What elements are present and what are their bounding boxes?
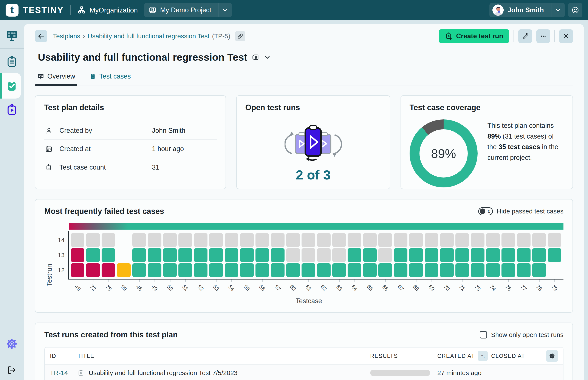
heatmap-cell-76-14[interactable] (501, 233, 515, 247)
heatmap-cell-61-14[interactable] (302, 233, 315, 247)
heatmap-cell-69-12[interactable] (425, 263, 438, 277)
heatmap-cell-49-12[interactable] (148, 263, 161, 277)
heatmap-cell-70-12[interactable] (440, 263, 454, 277)
heatmap-cell-56-14[interactable] (255, 233, 269, 247)
sidebar-item-settings[interactable] (0, 334, 24, 354)
heatmap-cell-68-12[interactable] (409, 263, 423, 277)
breadcrumb-current-link[interactable]: Usability and full functional regression… (88, 33, 209, 40)
heatmap-cell-53-14[interactable] (209, 233, 223, 247)
sidebar-item-dashboard[interactable] (0, 25, 24, 45)
heatmap-cell-65-13[interactable] (363, 248, 377, 262)
heatmap-cell-59-12[interactable] (117, 263, 131, 277)
heatmap-cell-53-13[interactable] (209, 248, 223, 262)
heatmap-cell-45-13[interactable] (71, 248, 84, 262)
heatmap-cell-50-13[interactable] (163, 248, 177, 262)
heatmap-cell-78-13[interactable] (532, 248, 546, 262)
organization-menu[interactable]: MyOrganization (77, 6, 138, 15)
heatmap-cell-62-14[interactable] (317, 233, 331, 247)
heatmap-cell-61-13[interactable] (302, 248, 315, 262)
edit-pencil-button[interactable] (518, 29, 532, 43)
heatmap-cell-46-12[interactable] (132, 263, 146, 277)
heatmap-cell-73-14[interactable] (471, 233, 484, 247)
project-selector[interactable]: My Demo Project (144, 3, 232, 17)
heatmap-cell-64-13[interactable] (348, 248, 361, 262)
heatmap-cell-67-14[interactable] (394, 233, 407, 247)
heatmap-cell-77-12[interactable] (517, 263, 531, 277)
heatmap-cell-62-13[interactable] (317, 248, 331, 262)
show-only-open-checkbox[interactable] (480, 331, 487, 339)
heatmap-cell-52-14[interactable] (194, 233, 208, 247)
heatmap-cell-49-13[interactable] (148, 248, 161, 262)
heatmap-cell-75-13[interactable] (102, 248, 115, 262)
heatmap-cell-50-12[interactable] (163, 263, 177, 277)
heatmap-cell-71-14[interactable] (455, 233, 469, 247)
back-button[interactable] (35, 30, 47, 42)
heatmap-cell-56-12[interactable] (255, 263, 269, 277)
table-row-TR-14[interactable]: TR-14Usability and full functional regre… (45, 364, 563, 380)
heatmap-cell-55-14[interactable] (240, 233, 254, 247)
heatmap-cell-55-12[interactable] (240, 263, 254, 277)
heatmap-cell-74-14[interactable] (486, 233, 500, 247)
heatmap-cell-46-14[interactable] (132, 233, 146, 247)
feedback-smiley-button[interactable] (568, 3, 582, 17)
heatmap-cell-70-14[interactable] (440, 233, 454, 247)
heatmap-cell-50-14[interactable] (163, 233, 177, 247)
heatmap-cell-69-14[interactable] (425, 233, 438, 247)
tab-test-cases[interactable]: Test cases (89, 73, 131, 85)
breadcrumb-testplans-link[interactable]: Testplans (53, 33, 80, 40)
heatmap-cell-66-14[interactable] (378, 233, 392, 247)
heatmap-cell-69-13[interactable] (425, 248, 438, 262)
column-header-closed-at[interactable]: CLOSED AT (491, 353, 545, 359)
heatmap-cell-55-13[interactable] (240, 248, 254, 262)
heatmap-cell-61-12[interactable] (302, 263, 315, 277)
heatmap-cell-72-13[interactable] (86, 248, 100, 262)
heatmap-cell-53-12[interactable] (209, 263, 223, 277)
heatmap-cell-51-14[interactable] (178, 233, 192, 247)
heatmap-cell-49-14[interactable] (148, 233, 161, 247)
heatmap-cell-60-12[interactable] (286, 263, 300, 277)
heatmap-cell-56-13[interactable] (255, 248, 269, 262)
heatmap-cell-63-13[interactable] (332, 248, 346, 262)
brand[interactable]: t TESTINY (6, 4, 64, 17)
heatmap-cell-71-13[interactable] (455, 248, 469, 262)
heatmap-cell-65-12[interactable] (363, 263, 377, 277)
heatmap-cell-77-14[interactable] (517, 233, 531, 247)
heatmap-cell-66-13[interactable] (378, 248, 392, 262)
heatmap-cell-60-13[interactable] (286, 248, 300, 262)
heatmap-cell-65-14[interactable] (363, 233, 377, 247)
heatmap-cell-79-14[interactable] (548, 233, 561, 247)
heatmap-cell-67-12[interactable] (394, 263, 407, 277)
heatmap-cell-76-12[interactable] (501, 263, 515, 277)
heatmap-cell-57-14[interactable] (271, 233, 284, 247)
heatmap-cell-59-13[interactable] (117, 248, 131, 262)
heatmap-cell-70-13[interactable] (440, 248, 454, 262)
column-header-created-at[interactable]: CREATED AT ↑↓ (437, 351, 491, 361)
heatmap-cell-66-12[interactable] (378, 263, 392, 277)
sidebar-item-testcases[interactable] (0, 52, 24, 72)
heatmap-cell-54-13[interactable] (225, 248, 238, 262)
heatmap-cell-78-14[interactable] (532, 233, 546, 247)
heatmap-cell-74-13[interactable] (486, 248, 500, 262)
heatmap-cell-79-12[interactable] (548, 263, 561, 277)
heatmap-cell-76-13[interactable] (501, 248, 515, 262)
heatmap-cell-71-12[interactable] (455, 263, 469, 277)
heatmap-cell-64-12[interactable] (348, 263, 361, 277)
create-test-run-button[interactable]: Create test run (439, 29, 509, 43)
heatmap-cell-51-12[interactable] (178, 263, 192, 277)
column-header-id[interactable]: ID (50, 353, 77, 359)
heatmap-cell-68-14[interactable] (409, 233, 423, 247)
heatmap-cell-75-14[interactable] (102, 233, 115, 247)
more-options-button[interactable] (536, 29, 550, 43)
heatmap-cell-73-12[interactable] (471, 263, 484, 277)
heatmap-cell-74-12[interactable] (486, 263, 500, 277)
heatmap-cell-59-14[interactable] (117, 233, 131, 247)
heatmap-cell-79-13[interactable] (548, 248, 561, 262)
table-settings-gear-icon[interactable] (546, 350, 558, 362)
heatmap-cell-54-14[interactable] (225, 233, 238, 247)
heatmap-cell-63-12[interactable] (332, 263, 346, 277)
heatmap-cell-73-13[interactable] (471, 248, 484, 262)
heatmap-cell-78-12[interactable] (532, 263, 546, 277)
heatmap-cell-77-13[interactable] (517, 248, 531, 262)
heatmap-cell-67-13[interactable] (394, 248, 407, 262)
heatmap-cell-72-14[interactable] (86, 233, 100, 247)
